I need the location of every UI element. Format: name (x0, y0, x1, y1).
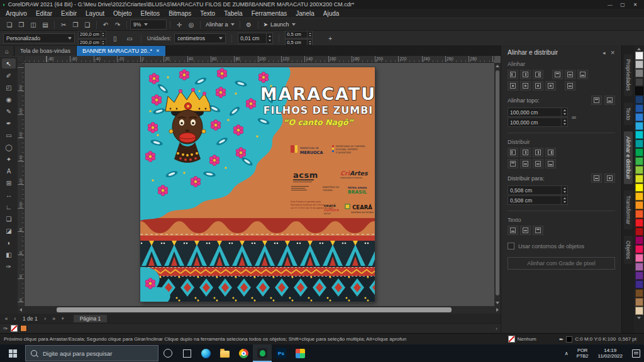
horizontal-scroll-thumb[interactable] (57, 307, 452, 312)
color-swatch[interactable] (635, 245, 643, 253)
page-width-value[interactable]: 200,0 cm (79, 31, 101, 37)
text-align-first-line-button[interactable] (533, 226, 543, 235)
color-swatch[interactable] (635, 96, 643, 104)
color-swatch[interactable] (635, 131, 643, 139)
color-swatch[interactable] (635, 263, 643, 271)
align-to-page-center-button[interactable] (533, 81, 543, 90)
menu-item-texto[interactable]: Texto (196, 10, 219, 17)
taskbar-search[interactable] (25, 345, 158, 361)
align-left-button[interactable] (508, 70, 518, 79)
side-tab-alinhar-e-distribuir[interactable]: Alinhar e distribuir (624, 131, 633, 184)
side-tab-propriedades[interactable]: Propriedades (624, 54, 633, 96)
color-swatch[interactable] (635, 298, 643, 306)
palette-more-icon[interactable]: › (496, 326, 497, 332)
distribute-left-button[interactable] (508, 148, 518, 157)
align-bottom-button[interactable] (577, 70, 588, 79)
color-swatch[interactable] (635, 219, 643, 227)
align-to-grid-button[interactable] (545, 81, 556, 90)
align-outline-option-button[interactable] (591, 96, 602, 105)
align-to-page-edge-button[interactable] (520, 81, 531, 90)
add-toolbar-item-button[interactable]: + (325, 33, 336, 43)
color-swatch[interactable] (635, 78, 643, 86)
freehand-tool[interactable]: ✎ (2, 106, 16, 116)
paste-button[interactable]: ❑ (82, 19, 93, 30)
color-swatch[interactable] (635, 210, 643, 218)
align-x-field[interactable]: 100,000 cm (508, 107, 568, 117)
task-view-button[interactable] (177, 344, 196, 362)
color-swatch[interactable] (635, 307, 643, 315)
undo-button[interactable]: ↶ (100, 19, 111, 30)
side-tab-objetos[interactable]: Objetos (624, 236, 633, 264)
duplicate-x-spinner[interactable] (307, 31, 312, 38)
color-swatch[interactable] (635, 148, 643, 156)
color-swatch[interactable] (635, 175, 643, 183)
side-tab-texto[interactable]: Texto (624, 102, 633, 125)
menu-item-tabela[interactable]: Tabela (219, 10, 247, 17)
chrome-taskbar-button[interactable] (234, 344, 253, 362)
add-page-button[interactable]: + (60, 315, 66, 322)
distribute-y-spinner[interactable] (561, 196, 567, 204)
distribute-to-selection-button[interactable] (591, 173, 602, 183)
language-indicator[interactable]: POR PTB2 (572, 348, 593, 359)
pan-button[interactable]: ✛ (174, 19, 185, 30)
align-x-value[interactable]: 100,000 cm (508, 109, 561, 116)
color-swatch[interactable] (20, 325, 27, 332)
color-swatch[interactable] (635, 166, 643, 174)
first-page-button[interactable]: « (3, 315, 9, 322)
cut-button[interactable]: ✂ (58, 19, 69, 30)
page-tab[interactable]: Página 1 (74, 315, 108, 322)
menu-item-efeitos[interactable]: Efeitos (136, 10, 165, 17)
units-combo[interactable]: centimetros (174, 33, 226, 43)
file-explorer-taskbar-button[interactable] (215, 344, 234, 362)
eyedropper-tool[interactable]: ◗ (2, 238, 16, 248)
color-swatch[interactable] (635, 140, 643, 148)
nudge-value[interactable]: 0,01 cm (238, 35, 266, 41)
distribute-to-page-button[interactable] (604, 173, 615, 183)
text-align-baseline-button[interactable] (508, 226, 518, 235)
landscape-button[interactable]: ▭ (124, 33, 135, 43)
docker-back-icon[interactable]: ◂ (602, 50, 606, 56)
distribute-x-spinner[interactable] (561, 186, 567, 194)
distribute-spacing-vertical-button[interactable] (533, 159, 543, 168)
color-swatch[interactable] (635, 104, 643, 112)
menu-item-editar[interactable]: Editar (31, 10, 57, 17)
clock[interactable]: 14:19 11/02/2022 (593, 348, 628, 359)
transparency-tool[interactable]: ◪ (2, 226, 16, 236)
vertical-scroll-thumb[interactable] (496, 70, 499, 295)
snap-to-menu[interactable]: Alinhar a (204, 21, 236, 28)
menu-item-exibir[interactable]: Exibir (57, 10, 81, 17)
color-swatch[interactable] (635, 52, 643, 60)
menu-item-arquivo[interactable]: Arquivo (1, 10, 31, 17)
vertical-scrollbar[interactable] (494, 63, 501, 306)
close-button[interactable]: ✕ (629, 2, 641, 8)
color-swatch[interactable] (635, 236, 643, 244)
nudge-field[interactable]: 0,01 cm (238, 33, 273, 44)
ellipse-tool[interactable]: ◯ (2, 142, 16, 152)
connector-tool[interactable]: ∟ (2, 202, 16, 212)
distribute-x-value[interactable]: 0,508 cm (508, 187, 561, 194)
align-right-button[interactable] (533, 70, 543, 79)
text-tool[interactable]: A (2, 166, 16, 176)
align-center-horizontal-button[interactable] (520, 70, 531, 79)
distribute-right-button[interactable] (545, 148, 556, 157)
horizontal-ruler[interactable] (25, 56, 494, 63)
checkbox-icon[interactable] (508, 243, 514, 250)
distribute-spacing-horizontal-button[interactable] (533, 148, 543, 157)
align-to-point-button[interactable] (565, 81, 575, 90)
page-preset-combo[interactable]: Personalizado (3, 33, 75, 43)
outline-pen-tool[interactable]: ✑ (2, 261, 16, 272)
duplicate-y-spinner[interactable] (307, 40, 312, 46)
artistic-media-tool[interactable]: ✒ (2, 118, 16, 128)
maximize-button[interactable]: ▢ (616, 2, 629, 8)
use-outlines-option[interactable]: Usar contornos de objetos (508, 243, 615, 250)
page-width-spinner[interactable] (101, 31, 106, 38)
menu-item-layout[interactable]: Layout (81, 10, 109, 17)
color-swatch[interactable] (635, 228, 643, 236)
color-swatch[interactable] (635, 254, 643, 262)
color-swatch[interactable] (635, 69, 643, 77)
color-swatch[interactable] (635, 87, 643, 95)
document-tab[interactable]: BANNER MARACATU 20..* ✕ (77, 46, 166, 56)
start-button[interactable] (0, 344, 25, 362)
shape-tool[interactable]: ✐ (2, 70, 16, 80)
launch-menu[interactable]: ➤ Launch (262, 21, 297, 28)
